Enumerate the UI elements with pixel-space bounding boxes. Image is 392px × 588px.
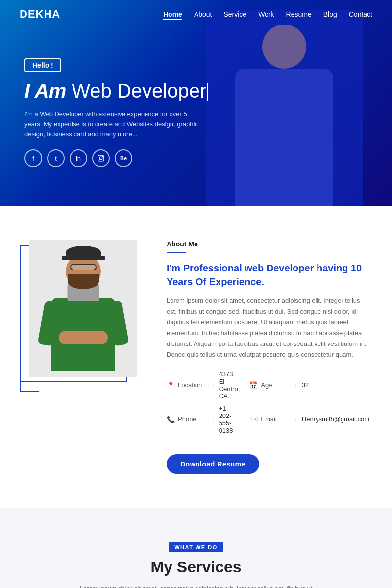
about-headline: I'm Professional web Developer having 10… [167, 261, 369, 289]
services-description: Lorem ipsum dolor sit amet, consectetur … [78, 583, 314, 588]
age-label: Age [261, 381, 290, 389]
hero-description: I'm a Web Developer with extensive exper… [24, 109, 201, 140]
nav-contact[interactable]: Contact [349, 10, 372, 18]
location-label: Location [178, 381, 207, 389]
about-details: 📍 Location : 4373, El Centro, CA. 📅 Age … [167, 370, 369, 434]
about-body-text: Lorem ipsum dolor sit amet, consectetur … [167, 295, 369, 361]
hero-title: I Am Web Developer [24, 80, 208, 101]
svg-rect-0 [98, 155, 104, 161]
social-linkedin[interactable]: in [70, 149, 87, 167]
nav-links: Home About Service Work Resume Blog Cont… [163, 10, 372, 19]
age-icon: 📅 [249, 381, 258, 389]
hero-badge: Hello ! [24, 58, 61, 72]
nav-about[interactable]: About [194, 10, 212, 18]
phone-label: Phone [178, 416, 207, 423]
hero-person-image [206, 10, 363, 206]
navbar: DEKHA Home About Service Work Resume Blo… [0, 0, 392, 28]
social-facebook[interactable]: f [24, 149, 42, 167]
about-section-tag: About Me [167, 240, 369, 248]
hero-content: Hello ! I Am Web Developer I'm a Web Dev… [0, 58, 208, 167]
location-icon: 📍 [167, 381, 175, 389]
about-section: About Me I'm Professional web Developer … [0, 206, 392, 508]
social-instagram[interactable] [92, 149, 110, 167]
about-image-wrap [24, 240, 142, 387]
nav-service[interactable]: Service [223, 10, 246, 18]
detail-email: ✉️ Email : Henrysmith@gmail.com [249, 405, 369, 434]
site-logo[interactable]: DEKHA [20, 8, 60, 21]
about-corner-accent [20, 372, 39, 392]
svg-point-1 [99, 157, 102, 160]
social-behance[interactable]: Be [115, 149, 132, 167]
detail-phone: 📞 Phone : +1-202-555-0138 [167, 405, 240, 434]
email-value: Henrysmith@gmail.com [302, 416, 369, 423]
detail-age: 📅 Age : 32 [249, 370, 369, 400]
phone-icon: 📞 [167, 416, 175, 423]
email-icon: ✉️ [249, 416, 258, 423]
detail-location: 📍 Location : 4373, El Centro, CA. [167, 370, 240, 400]
hero-section: Hello ! I Am Web Developer I'm a Web Dev… [0, 0, 392, 206]
nav-work[interactable]: Work [258, 10, 274, 18]
services-badge: WHAT WE DO [169, 542, 223, 552]
services-section: WHAT WE DO My Services Lorem ipsum dolor… [0, 508, 392, 588]
location-value: 4373, El Centro, CA. [219, 370, 240, 400]
about-divider [167, 444, 369, 444]
email-label: Email [261, 416, 290, 423]
services-title: My Services [20, 558, 372, 576]
nav-home[interactable]: Home [163, 10, 182, 20]
phone-value: +1-202-555-0138 [219, 405, 240, 434]
nav-blog[interactable]: Blog [323, 10, 337, 18]
about-content: About Me I'm Professional web Developer … [167, 240, 369, 474]
hero-socials: f t in Be [24, 149, 208, 167]
about-image [29, 240, 137, 377]
about-tag-underline [167, 252, 186, 253]
age-value: 32 [302, 381, 309, 389]
nav-resume[interactable]: Resume [286, 10, 312, 18]
svg-point-2 [102, 156, 103, 157]
social-twitter[interactable]: t [47, 149, 65, 167]
download-resume-button[interactable]: Download Resume [167, 454, 259, 474]
